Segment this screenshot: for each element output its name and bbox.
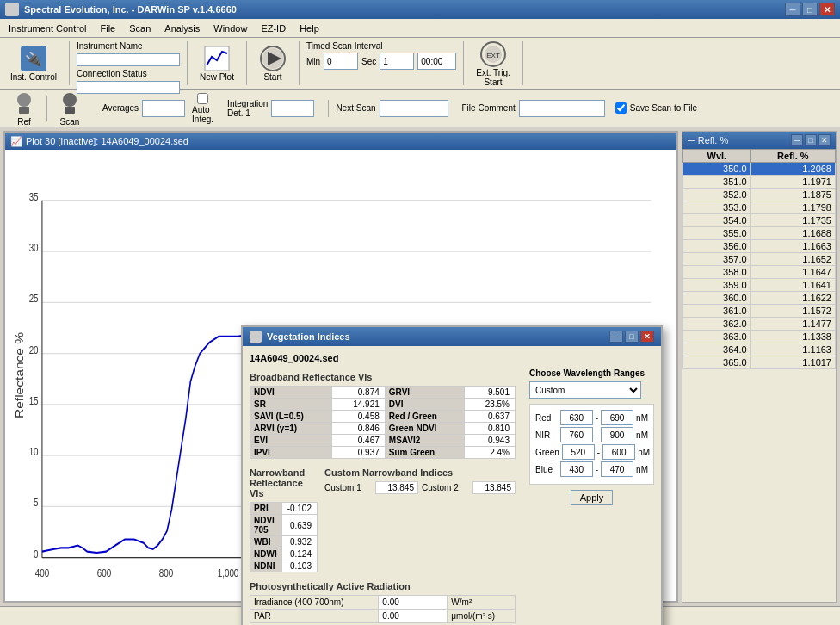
refl-cell: 1.2068: [750, 163, 835, 176]
ext-trig-group: EXT Ext. Trig. Start: [471, 41, 522, 85]
refl-cell: 1.1798: [750, 201, 835, 214]
vi-label: Green NDVI: [385, 423, 464, 435]
menu-file[interactable]: File: [93, 22, 122, 35]
table-row[interactable]: 363.01.1338: [683, 331, 836, 343]
nir-min-input[interactable]: [560, 427, 593, 442]
table-row[interactable]: 365.01.1017: [683, 356, 836, 369]
wvl-cell: 359.0: [683, 279, 751, 292]
vi-value: 0.810: [465, 423, 516, 435]
veg-dialog-icon: [250, 331, 262, 343]
nir-label: NIR: [535, 430, 558, 440]
app-icon: [5, 3, 19, 16]
integration-input[interactable]: [271, 100, 314, 117]
veg-dialog-minimize[interactable]: ─: [609, 331, 623, 343]
vi-row: SR 14.921 DVI 23.5%: [250, 399, 516, 411]
timed-scan-group: Timed Scan Interval Min Sec: [306, 41, 464, 85]
save-scan-checkbox[interactable]: [615, 102, 627, 114]
vi-value: 0.467: [331, 435, 385, 447]
vi-row: ARVI (γ=1) 0.846 Green NDVI 0.810: [250, 423, 516, 435]
sec-input[interactable]: [380, 53, 414, 70]
instrument-name-input[interactable]: [77, 53, 180, 66]
table-row[interactable]: 364.01.1163: [683, 343, 836, 356]
right-panel-close[interactable]: ✕: [818, 134, 831, 146]
veg-dialog-close[interactable]: ✕: [640, 331, 654, 343]
vi-label: MSAVI2: [385, 435, 464, 447]
menu-instrument-control[interactable]: Instrument Control: [2, 22, 93, 35]
right-panel-minimize[interactable]: ─: [791, 134, 803, 146]
table-row[interactable]: 362.01.1477: [683, 318, 836, 331]
vi-label: Red / Green: [385, 411, 464, 423]
vi-value: 14.921: [331, 399, 385, 411]
svg-rect-0: [205, 46, 229, 71]
refl-cell: 1.1735: [750, 214, 835, 227]
table-row[interactable]: 351.01.1971: [683, 176, 836, 189]
auto-integ-checkbox[interactable]: [192, 93, 213, 104]
green-min-input[interactable]: [562, 444, 595, 460]
refl-cell: 1.1622: [750, 292, 835, 305]
averages-input[interactable]: [142, 100, 185, 117]
menu-ezid[interactable]: EZ-ID: [254, 22, 293, 35]
time-input[interactable]: [417, 53, 456, 70]
scan-button[interactable]: Scan: [51, 88, 89, 128]
file-comment-input[interactable]: [519, 100, 605, 117]
close-button[interactable]: ✕: [819, 3, 835, 16]
refl-cell: 1.1875: [750, 189, 835, 201]
table-row[interactable]: 352.01.1875: [683, 189, 836, 201]
menu-window[interactable]: Window: [207, 22, 254, 35]
start-button[interactable]: Start: [254, 43, 292, 84]
wavelength-dropdown[interactable]: Custom Standard User Defined: [529, 381, 641, 399]
maximize-button[interactable]: □: [802, 3, 818, 16]
par-table: Irradiance (400-700nm) 0.00 W/m² PAR 0.0…: [250, 595, 516, 623]
blue-max-input[interactable]: [601, 461, 633, 477]
nir-max-input[interactable]: [601, 427, 633, 442]
svg-point-6: [17, 93, 31, 107]
svg-rect-9: [65, 107, 75, 114]
vi-value: 0.637: [465, 411, 516, 423]
col-refl-header: Refl. %: [750, 150, 835, 163]
table-row[interactable]: 353.01.1798: [683, 201, 836, 214]
red-max-input[interactable]: [601, 410, 633, 425]
menu-scan[interactable]: Scan: [122, 22, 158, 35]
narrowband-table: PRI -0.102 NDVI 705 0.639 WBI 0.932 NDWI…: [250, 502, 318, 572]
ref-button[interactable]: Ref: [5, 88, 43, 128]
custom2-label: Custom 2: [422, 483, 469, 492]
menu-bar: Instrument Control File Scan Analysis Wi…: [0, 19, 840, 38]
custom1-row: Custom 1 13.845 Custom 2 13.845: [324, 481, 516, 494]
veg-dialog-maximize[interactable]: □: [625, 331, 639, 343]
table-row[interactable]: 357.01.1652: [683, 253, 836, 266]
vi-label: NDVI: [250, 387, 332, 399]
min-input[interactable]: [324, 53, 358, 70]
menu-analysis[interactable]: Analysis: [158, 22, 207, 35]
auto-integ-label: Auto Integ.: [192, 105, 213, 124]
inst-control-button[interactable]: 🔌 Inst. Control: [5, 43, 62, 84]
right-panel-maximize[interactable]: □: [805, 134, 817, 146]
table-row[interactable]: 355.01.1688: [683, 227, 836, 240]
minimize-button[interactable]: ─: [785, 3, 800, 16]
svg-text:20: 20: [29, 343, 39, 355]
table-row[interactable]: 358.01.1647: [683, 266, 836, 279]
table-row[interactable]: 360.01.1622: [683, 292, 836, 305]
toolbar-1: 🔌 Inst. Control Instrument Name Connecti…: [0, 38, 840, 90]
nb-value: 0.103: [281, 560, 317, 572]
new-plot-icon: [203, 45, 231, 72]
nb-label: PRI: [250, 503, 282, 515]
averages-group: Averages Auto Integ.: [102, 93, 213, 124]
ext-trig-button[interactable]: EXT Ext. Trig. Start: [471, 39, 515, 89]
table-row[interactable]: 354.01.1735: [683, 214, 836, 227]
vi-label: IPVI: [250, 447, 332, 459]
new-plot-button[interactable]: New Plot: [195, 43, 239, 84]
blue-min-input[interactable]: [560, 461, 593, 477]
red-min-input[interactable]: [560, 410, 593, 425]
menu-help[interactable]: Help: [293, 22, 326, 35]
wvl-cell: 361.0: [683, 305, 751, 318]
next-scan-input[interactable]: [380, 100, 448, 117]
broadband-title: Broadband Reflectance VIs: [250, 372, 516, 382]
table-row[interactable]: 359.01.1641: [683, 279, 836, 292]
irradiance-label: Irradiance (400-700nm): [250, 596, 379, 610]
table-row[interactable]: 361.01.1572: [683, 305, 836, 318]
veg-dialog-title-text: Vegetation Indices: [267, 331, 350, 342]
green-max-input[interactable]: [602, 444, 635, 460]
apply-button[interactable]: Apply: [571, 490, 614, 505]
table-row[interactable]: 356.01.1663: [683, 240, 836, 253]
table-row[interactable]: 350.01.2068: [683, 163, 836, 176]
